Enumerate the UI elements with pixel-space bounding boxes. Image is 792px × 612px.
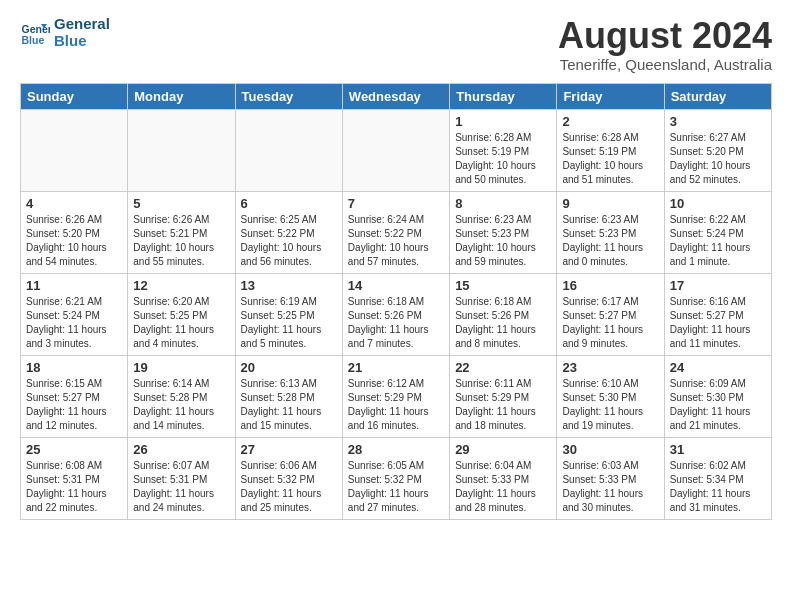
sunset-text: Sunset: 5:23 PM: [455, 227, 551, 241]
calendar-cell-1-2: 6 Sunrise: 6:25 AM Sunset: 5:22 PM Dayli…: [235, 191, 342, 273]
daylight-text: Daylight: 11 hours and 22 minutes.: [26, 487, 122, 515]
sunset-text: Sunset: 5:32 PM: [348, 473, 444, 487]
sunrise-text: Sunrise: 6:10 AM: [562, 377, 658, 391]
sunset-text: Sunset: 5:29 PM: [348, 391, 444, 405]
sunset-text: Sunset: 5:27 PM: [670, 309, 766, 323]
daylight-text: Daylight: 11 hours and 12 minutes.: [26, 405, 122, 433]
day-info: Sunrise: 6:24 AM Sunset: 5:22 PM Dayligh…: [348, 213, 444, 269]
daylight-text: Daylight: 11 hours and 0 minutes.: [562, 241, 658, 269]
sunrise-text: Sunrise: 6:23 AM: [455, 213, 551, 227]
sunrise-text: Sunrise: 6:04 AM: [455, 459, 551, 473]
sunrise-text: Sunrise: 6:26 AM: [133, 213, 229, 227]
calendar-cell-0-4: 1 Sunrise: 6:28 AM Sunset: 5:19 PM Dayli…: [450, 109, 557, 191]
day-info: Sunrise: 6:26 AM Sunset: 5:21 PM Dayligh…: [133, 213, 229, 269]
sunset-text: Sunset: 5:24 PM: [670, 227, 766, 241]
header-friday: Friday: [557, 83, 664, 109]
day-number: 12: [133, 278, 229, 293]
day-number: 31: [670, 442, 766, 457]
daylight-text: Daylight: 11 hours and 21 minutes.: [670, 405, 766, 433]
calendar-cell-2-4: 15 Sunrise: 6:18 AM Sunset: 5:26 PM Dayl…: [450, 273, 557, 355]
page-header: General Blue General Blue August 2024 Te…: [20, 16, 772, 73]
day-number: 7: [348, 196, 444, 211]
sunset-text: Sunset: 5:25 PM: [133, 309, 229, 323]
day-info: Sunrise: 6:09 AM Sunset: 5:30 PM Dayligh…: [670, 377, 766, 433]
header-thursday: Thursday: [450, 83, 557, 109]
sunrise-text: Sunrise: 6:27 AM: [670, 131, 766, 145]
calendar-cell-0-1: [128, 109, 235, 191]
day-number: 9: [562, 196, 658, 211]
sunset-text: Sunset: 5:34 PM: [670, 473, 766, 487]
sunset-text: Sunset: 5:23 PM: [562, 227, 658, 241]
calendar-header-row: Sunday Monday Tuesday Wednesday Thursday…: [21, 83, 772, 109]
day-number: 19: [133, 360, 229, 375]
week-row-0: 1 Sunrise: 6:28 AM Sunset: 5:19 PM Dayli…: [21, 109, 772, 191]
day-number: 3: [670, 114, 766, 129]
sunset-text: Sunset: 5:21 PM: [133, 227, 229, 241]
sunset-text: Sunset: 5:19 PM: [562, 145, 658, 159]
calendar-cell-2-2: 13 Sunrise: 6:19 AM Sunset: 5:25 PM Dayl…: [235, 273, 342, 355]
week-row-4: 25 Sunrise: 6:08 AM Sunset: 5:31 PM Dayl…: [21, 437, 772, 519]
day-number: 16: [562, 278, 658, 293]
daylight-text: Daylight: 10 hours and 57 minutes.: [348, 241, 444, 269]
day-info: Sunrise: 6:20 AM Sunset: 5:25 PM Dayligh…: [133, 295, 229, 351]
day-number: 10: [670, 196, 766, 211]
day-number: 23: [562, 360, 658, 375]
day-info: Sunrise: 6:23 AM Sunset: 5:23 PM Dayligh…: [562, 213, 658, 269]
day-info: Sunrise: 6:18 AM Sunset: 5:26 PM Dayligh…: [455, 295, 551, 351]
day-number: 8: [455, 196, 551, 211]
daylight-text: Daylight: 11 hours and 9 minutes.: [562, 323, 658, 351]
day-number: 6: [241, 196, 337, 211]
day-number: 25: [26, 442, 122, 457]
day-number: 11: [26, 278, 122, 293]
calendar-cell-3-1: 19 Sunrise: 6:14 AM Sunset: 5:28 PM Dayl…: [128, 355, 235, 437]
sunset-text: Sunset: 5:27 PM: [562, 309, 658, 323]
sunset-text: Sunset: 5:30 PM: [670, 391, 766, 405]
header-saturday: Saturday: [664, 83, 771, 109]
calendar-cell-2-5: 16 Sunrise: 6:17 AM Sunset: 5:27 PM Dayl…: [557, 273, 664, 355]
day-info: Sunrise: 6:26 AM Sunset: 5:20 PM Dayligh…: [26, 213, 122, 269]
day-number: 29: [455, 442, 551, 457]
day-info: Sunrise: 6:18 AM Sunset: 5:26 PM Dayligh…: [348, 295, 444, 351]
calendar-cell-1-5: 9 Sunrise: 6:23 AM Sunset: 5:23 PM Dayli…: [557, 191, 664, 273]
daylight-text: Daylight: 10 hours and 59 minutes.: [455, 241, 551, 269]
sunset-text: Sunset: 5:26 PM: [455, 309, 551, 323]
logo: General Blue General Blue: [20, 16, 110, 49]
sunset-text: Sunset: 5:33 PM: [562, 473, 658, 487]
daylight-text: Daylight: 10 hours and 52 minutes.: [670, 159, 766, 187]
day-number: 17: [670, 278, 766, 293]
sunrise-text: Sunrise: 6:26 AM: [26, 213, 122, 227]
daylight-text: Daylight: 11 hours and 1 minute.: [670, 241, 766, 269]
daylight-text: Daylight: 11 hours and 5 minutes.: [241, 323, 337, 351]
sunrise-text: Sunrise: 6:18 AM: [348, 295, 444, 309]
day-info: Sunrise: 6:21 AM Sunset: 5:24 PM Dayligh…: [26, 295, 122, 351]
daylight-text: Daylight: 10 hours and 50 minutes.: [455, 159, 551, 187]
sunset-text: Sunset: 5:22 PM: [348, 227, 444, 241]
sunrise-text: Sunrise: 6:24 AM: [348, 213, 444, 227]
day-info: Sunrise: 6:02 AM Sunset: 5:34 PM Dayligh…: [670, 459, 766, 515]
day-number: 15: [455, 278, 551, 293]
day-number: 1: [455, 114, 551, 129]
sunrise-text: Sunrise: 6:28 AM: [562, 131, 658, 145]
header-monday: Monday: [128, 83, 235, 109]
day-info: Sunrise: 6:08 AM Sunset: 5:31 PM Dayligh…: [26, 459, 122, 515]
daylight-text: Daylight: 11 hours and 30 minutes.: [562, 487, 658, 515]
sunset-text: Sunset: 5:31 PM: [133, 473, 229, 487]
daylight-text: Daylight: 11 hours and 11 minutes.: [670, 323, 766, 351]
calendar-cell-3-4: 22 Sunrise: 6:11 AM Sunset: 5:29 PM Dayl…: [450, 355, 557, 437]
daylight-text: Daylight: 11 hours and 15 minutes.: [241, 405, 337, 433]
calendar-cell-3-2: 20 Sunrise: 6:13 AM Sunset: 5:28 PM Dayl…: [235, 355, 342, 437]
sunrise-text: Sunrise: 6:06 AM: [241, 459, 337, 473]
daylight-text: Daylight: 10 hours and 55 minutes.: [133, 241, 229, 269]
sunset-text: Sunset: 5:26 PM: [348, 309, 444, 323]
calendar-cell-2-0: 11 Sunrise: 6:21 AM Sunset: 5:24 PM Dayl…: [21, 273, 128, 355]
calendar-cell-1-1: 5 Sunrise: 6:26 AM Sunset: 5:21 PM Dayli…: [128, 191, 235, 273]
day-number: 20: [241, 360, 337, 375]
calendar-cell-4-1: 26 Sunrise: 6:07 AM Sunset: 5:31 PM Dayl…: [128, 437, 235, 519]
sunrise-text: Sunrise: 6:03 AM: [562, 459, 658, 473]
daylight-text: Daylight: 11 hours and 25 minutes.: [241, 487, 337, 515]
calendar-cell-0-0: [21, 109, 128, 191]
day-info: Sunrise: 6:19 AM Sunset: 5:25 PM Dayligh…: [241, 295, 337, 351]
day-number: 18: [26, 360, 122, 375]
sunrise-text: Sunrise: 6:14 AM: [133, 377, 229, 391]
calendar-cell-1-3: 7 Sunrise: 6:24 AM Sunset: 5:22 PM Dayli…: [342, 191, 449, 273]
